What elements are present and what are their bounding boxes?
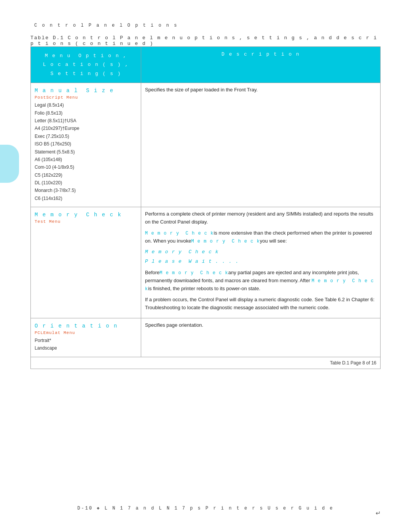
manual-size-title: M a n u a l S i z e [35,88,137,94]
manual-size-settings: Legal (8.5x14) Folio (8.5x13) Letter (8.… [35,101,137,202]
table-row: M a n u a l S i z e PostScript Menu Lega… [31,83,381,207]
manual-size-submenu: PostScript Menu [35,95,137,100]
corner-mark: ↵ [376,510,381,517]
memory-check-desc2: M e m o r y C h e c kis more extensive t… [145,229,376,245]
option-cell-orientation: O r i e n t a t i o n PCLEmulat Menu Por… [31,318,141,357]
orientation-settings: Portrait* Landscape [35,337,137,352]
desc-cell-manual-size: Specifies the size of paper loaded in th… [141,83,381,207]
memory-check-block-line1: M e m o r y C h e c k [145,248,376,256]
memory-check-inline2: M e m o r y C h e c k [191,239,260,244]
memory-check-inline1: M e m o r y C h e c k [145,231,213,236]
memory-check-block-line2: P l e a s e W a i t . . . . [145,258,376,266]
orientation-title: O r i e n t a t i o n [35,323,137,329]
table-row: O r i e n t a t i o n PCLEmulat Menu Por… [31,318,381,357]
table-row: M e m o r y C h e c k Test Menu Performs… [31,207,381,318]
memory-check-block: M e m o r y C h e c k P l e a s e W a i … [145,248,376,266]
page-footer-text: D-10 ❖ L N 1 7 a n d L N 1 7 p s P r i n… [77,506,333,511]
memory-check-inline3: M e m o r y C h e c k [159,270,228,276]
memory-check-submenu: Test Menu [35,219,137,224]
table-footer: Table D.1 Page 8 of 16 [31,357,381,369]
page-header: C o n t r o l P a n e l O p t i o n s [34,23,381,28]
table-footer-row: Table D.1 Page 8 of 16 [31,357,381,369]
col-option-header: M e n u O p t i o n , L o c a t i o n ( … [31,47,141,83]
side-tab [0,145,19,183]
option-cell-memory-check: M e m o r y C h e c k Test Menu [31,207,141,318]
memory-check-inline4: M e m o r y C h e c k [145,278,374,292]
desc-cell-orientation: Specifies page orientation. [141,318,381,357]
orientation-submenu: PCLEmulat Menu [35,331,137,335]
col-desc-header: D e s c r i p t i o n [141,47,381,83]
manual-size-desc: Specifies the size of paper loaded in th… [145,86,376,94]
main-table: M e n u O p t i o n , L o c a t i o n ( … [30,46,381,369]
memory-check-title: M e m o r y C h e c k [35,212,137,218]
desc-cell-memory-check: Performs a complete check of printer mem… [141,207,381,318]
table-title: Table D.1 C o n t r o l P a n e l m e n … [30,35,381,46]
page-footer: D-10 ❖ L N 1 7 a n d L N 1 7 p s P r i n… [0,505,411,511]
table-header-row: M e n u O p t i o n , L o c a t i o n ( … [31,47,381,83]
orientation-desc: Specifies page orientation. [145,321,376,329]
table-footer-text: Table D.1 Page 8 of 16 [330,360,376,366]
memory-check-desc3: BeforeM e m o r y C h e c kany partial p… [145,269,376,293]
page-container: C o n t r o l P a n e l O p t i o n s Ta… [0,0,411,532]
option-cell-manual-size: M a n u a l S i z e PostScript Menu Lega… [31,83,141,207]
memory-check-desc1: Performs a complete check of printer mem… [145,210,376,226]
memory-check-desc4: If a problem occurs, the Control Panel w… [145,296,376,312]
